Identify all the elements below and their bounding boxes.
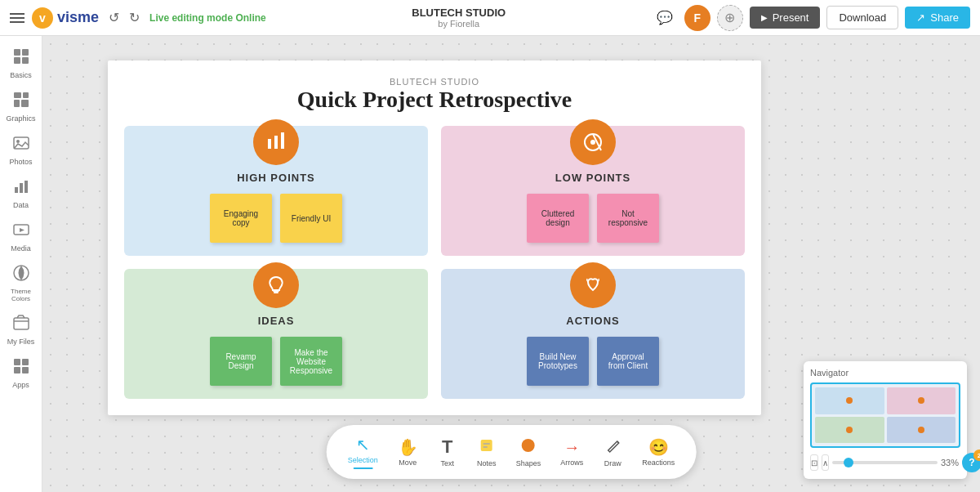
visme-logo-icon: v [31,7,54,29]
svg-point-34 [522,439,535,452]
sticky-build-prototypes[interactable]: Build New Prototypes [527,337,589,386]
quadrant-ideas[interactable]: IDEAS Revamp Design Make the Website Res… [124,269,428,399]
canvas-slide: BLUTECH STUDIO Quick Project Retrospecti… [108,60,761,415]
tool-text[interactable]: T Text [430,432,466,472]
present-button[interactable]: Present [750,7,821,29]
my-files-icon [12,314,30,336]
navigator-title: Navigator [810,368,960,378]
sidebar-item-basics[interactable]: Basics [2,42,41,84]
draw-icon [604,437,621,458]
download-button[interactable]: Download [826,6,898,29]
undo-redo-group: ↺ ↻ [105,8,143,27]
svg-rect-5 [22,57,29,64]
canvas-area[interactable]: BLUTECH STUDIO Quick Project Retrospecti… [42,36,980,492]
sidebar: Basics Graphics Photos Data Media [0,36,42,492]
quadrant-actions[interactable]: ACTIONS Build New Prototypes Approval fr… [441,269,745,399]
svg-point-28 [590,140,595,145]
fit-view-button[interactable]: ⊡ [810,454,818,471]
sticky-not-responsive[interactable]: Not responsive [597,194,659,243]
svg-rect-6 [14,92,21,98]
canvas-header: BLUTECH STUDIO Quick Project Retrospecti… [124,77,745,113]
photos-icon [12,134,30,156]
svg-rect-12 [15,187,18,193]
collaborators-button[interactable]: ⊕ [717,5,743,31]
sidebar-item-theme-colors[interactable]: Theme Colors [2,259,41,307]
shapes-icon [520,437,537,458]
sticky-engaging-copy[interactable]: Engaging copy [210,194,272,243]
sticky-approval-client[interactable]: Approval from Client [597,337,659,386]
sidebar-item-data[interactable]: Data [2,172,41,214]
svg-rect-21 [14,367,20,373]
notification-badge: 2 [973,450,980,461]
canvas-subtitle: BLUTECH STUDIO [124,77,745,87]
tool-shapes[interactable]: Shapes [508,432,550,472]
share-icon: ↗ [916,11,925,24]
visme-logo-text: visme [57,9,99,26]
graphics-icon [12,91,30,113]
share-button[interactable]: ↗ Share [905,7,970,29]
redo-button[interactable]: ↻ [126,8,143,27]
tool-move[interactable]: ✋ Move [390,432,426,472]
sticky-revamp-design[interactable]: Revamp Design [210,337,272,386]
project-author: by Fiorella [274,19,644,29]
svg-rect-13 [20,183,23,193]
selection-icon: ↖ [356,435,370,454]
mini-quad-2 [887,387,956,414]
high-points-stickies: Engaging copy Friendly UI [210,194,342,243]
svg-rect-18 [14,318,29,329]
media-icon [12,221,30,243]
comment-button[interactable]: 💬 [652,5,678,31]
tool-arrows[interactable]: → Arrows [552,433,591,472]
sidebar-item-graphics[interactable]: Graphics [2,86,41,127]
sidebar-item-media[interactable]: Media [2,216,41,257]
svg-line-35 [617,441,618,443]
svg-rect-14 [24,181,28,193]
sidebar-item-apps[interactable]: Apps [2,352,41,394]
zoom-slider[interactable] [832,461,938,464]
svg-rect-22 [22,367,29,373]
svg-rect-23 [268,139,271,149]
low-points-icon [570,119,616,165]
sticky-friendly-ui[interactable]: Friendly UI [280,194,342,243]
main-layout: Basics Graphics Photos Data Media [0,36,980,492]
sticky-cluttered-design[interactable]: Cluttered design [527,194,589,243]
avatar-button[interactable]: F [684,5,710,31]
navigator-panel: Navigator ⊡ ∧ 33% ? 2 [804,361,967,479]
arrows-icon: → [564,438,580,457]
actions-title: ACTIONS [566,315,620,327]
svg-rect-20 [22,359,29,365]
sticky-make-responsive[interactable]: Make the Website Responsive [280,337,342,386]
menu-button[interactable] [10,13,24,23]
ideas-icon [253,262,299,308]
tool-draw[interactable]: Draw [595,432,630,472]
data-icon [12,177,30,199]
basics-icon [12,47,30,69]
tool-reactions[interactable]: 😊 Reactions [634,432,683,472]
live-editing-status: Live editing mode Online [149,12,266,24]
low-points-stickies: Cluttered design Not responsive [527,194,659,243]
high-points-title: HIGH POINTS [237,172,315,184]
project-title: BLUTECH STUDIO [274,7,644,19]
chevron-up-button[interactable]: ∧ [822,454,829,471]
svg-rect-4 [14,57,20,64]
navigator-preview [810,382,960,448]
svg-rect-3 [22,49,29,56]
quadrant-high-points[interactable]: HIGH POINTS Engaging copy Friendly UI [124,126,428,256]
text-icon: T [442,436,452,458]
low-points-title: LOW POINTS [555,172,630,184]
svg-rect-24 [274,136,278,149]
sidebar-item-photos[interactable]: Photos [2,129,41,171]
quadrant-low-points[interactable]: LOW POINTS Cluttered design Not responsi… [441,126,745,256]
topbar-center: BLUTECH STUDIO by Fiorella [274,7,644,29]
apps-icon [12,357,30,379]
ideas-stickies: Revamp Design Make the Website Responsiv… [210,337,342,386]
tool-selection[interactable]: ↖ Selection [340,430,386,474]
tool-notes[interactable]: Notes [469,432,505,472]
svg-point-11 [16,140,20,143]
quadrants-grid: HIGH POINTS Engaging copy Friendly UI LO… [124,126,745,399]
sidebar-item-my-files[interactable]: My Files [2,309,41,351]
move-icon: ✋ [398,437,418,457]
undo-button[interactable]: ↺ [105,8,122,27]
svg-marker-16 [20,228,24,232]
topbar-right: 💬 F ⊕ Present Download ↗ Share [652,5,970,31]
